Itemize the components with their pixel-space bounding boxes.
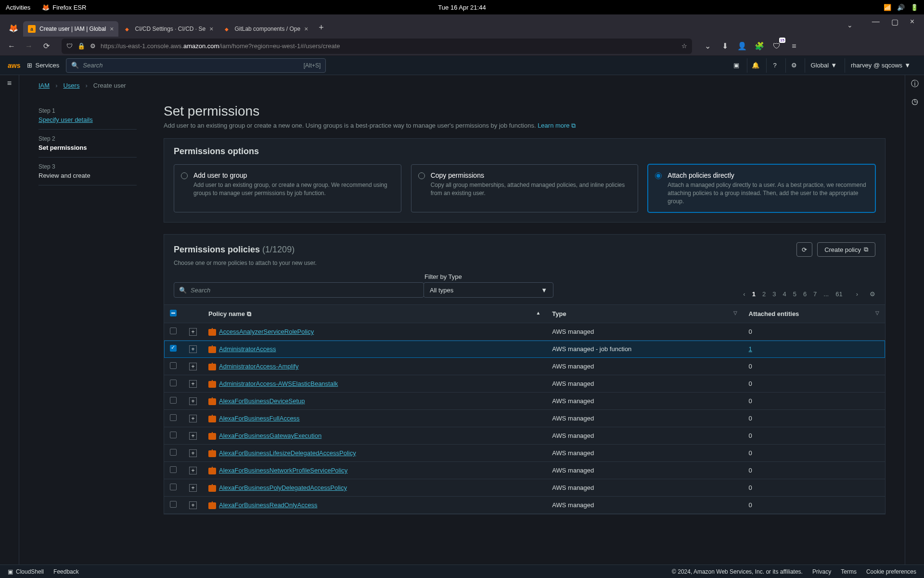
page-number[interactable]: 61 [835, 290, 842, 298]
step-title[interactable]: Specify user details [38, 116, 137, 123]
side-nav-toggle[interactable]: ≡ [7, 79, 12, 565]
account-icon[interactable]: 👤 [735, 39, 749, 53]
cloudshell-icon[interactable]: ▣ [728, 58, 745, 73]
window-close-button[interactable]: × [910, 17, 914, 33]
bookmark-star-icon[interactable]: ☆ [681, 42, 687, 50]
browser-tab[interactable]: ◆ CI/CD Settings · CI/CD · Se × [118, 21, 218, 37]
policy-search-input[interactable]: 🔍 Search [174, 282, 424, 298]
services-menu[interactable]: ⊞ Services [27, 62, 59, 69]
network-icon[interactable]: 📶 [884, 4, 891, 11]
row-checkbox[interactable] [170, 501, 177, 508]
policy-name-link[interactable]: AlexaForBusinessFullAccess [219, 415, 300, 422]
extensions-icon[interactable]: 🧩 [753, 39, 766, 53]
permissions-icon[interactable]: ⚙ [90, 42, 96, 50]
col-policy-name[interactable]: Policy name⧉▲ [203, 305, 546, 323]
breadcrumb-users[interactable]: Users [63, 82, 79, 89]
region-selector[interactable]: Global ▼ [805, 58, 843, 73]
page-number[interactable]: 7 [813, 290, 817, 298]
downloads-icon[interactable]: ⬇ [718, 39, 732, 53]
policy-name-link[interactable]: AlexaForBusinessLifesizeDelegatedAccessP… [219, 449, 356, 457]
permission-option-card[interactable]: Attach policies directly Attach a manage… [648, 164, 875, 212]
expand-row-button[interactable]: + [189, 328, 197, 336]
filter-icon[interactable]: ▽ [875, 310, 879, 315]
breadcrumb-iam[interactable]: IAM [38, 82, 50, 89]
cloudshell-button[interactable]: ▣CloudShell [8, 568, 44, 575]
new-tab-button[interactable]: + [313, 19, 330, 37]
policy-name-link[interactable]: AlexaForBusinessGatewayExecution [219, 432, 321, 439]
row-checkbox[interactable] [170, 484, 177, 490]
page-next[interactable]: › [856, 290, 858, 298]
refresh-button[interactable]: ⟳ [796, 242, 812, 257]
back-button[interactable]: ← [5, 39, 18, 53]
clock[interactable]: Tue 16 Apr 21:44 [438, 4, 486, 11]
page-number[interactable]: 3 [772, 290, 776, 298]
policy-name-link[interactable]: AdministratorAccess-Amplify [219, 363, 298, 370]
filter-icon[interactable]: ▽ [733, 310, 737, 315]
info-panel-toggle[interactable]: ⓘ [911, 79, 919, 89]
learn-more-link[interactable]: Learn more ⧉ [538, 122, 576, 129]
policy-name-link[interactable]: AccessAnalyzerServiceRolePolicy [219, 328, 314, 335]
browser-tab[interactable]: ◆ GitLab components / Ope × [218, 21, 313, 37]
expand-row-button[interactable]: + [189, 363, 197, 370]
permission-option-card[interactable]: Add user to group Add user to an existin… [174, 164, 401, 212]
page-number[interactable]: 5 [793, 290, 796, 298]
row-checkbox[interactable] [170, 397, 177, 404]
expand-row-button[interactable]: + [189, 484, 197, 492]
page-number[interactable]: 1 [752, 290, 756, 298]
account-menu[interactable]: rharvey @ sqcows ▼ [845, 58, 916, 73]
page-prev[interactable]: ‹ [743, 290, 745, 298]
pocket-icon[interactable]: ⌄ [701, 39, 714, 53]
row-checkbox[interactable] [170, 362, 177, 369]
permission-option-card[interactable]: Copy permissions Copy all group membersh… [411, 164, 639, 212]
aws-search-input[interactable]: 🔍 Search [Alt+S] [66, 58, 326, 73]
row-checkbox[interactable] [170, 432, 177, 438]
settings-icon[interactable]: ⚙ [785, 58, 803, 73]
help-icon[interactable]: ? [766, 58, 783, 73]
firefox-app-icon[interactable]: 🦊 [4, 20, 23, 37]
tab-list-button[interactable]: ⌄ [839, 17, 860, 33]
terms-link[interactable]: Terms [841, 568, 857, 575]
expand-row-button[interactable]: + [189, 467, 197, 474]
hamburger-menu-button[interactable]: ≡ [787, 39, 801, 53]
window-minimize-button[interactable]: — [872, 17, 880, 33]
page-number[interactable]: 4 [783, 290, 786, 298]
expand-row-button[interactable]: + [189, 501, 197, 509]
create-policy-button[interactable]: Create policy ⧉ [817, 242, 875, 257]
policy-name-link[interactable]: AdministratorAccess-AWSElasticBeanstalk [219, 380, 338, 387]
aws-logo[interactable]: aws [8, 62, 20, 69]
table-settings-icon[interactable]: ⚙ [870, 290, 875, 298]
wizard-step-1[interactable]: Step 1 Specify user details [38, 107, 137, 130]
entities-link[interactable]: 1 [749, 345, 752, 353]
expand-row-button[interactable]: + [189, 432, 197, 440]
url-bar[interactable]: 🛡 🔒 ⚙ https://us-east-1.console.aws.amaz… [62, 39, 692, 54]
expand-row-button[interactable]: + [189, 415, 197, 422]
policy-name-link[interactable]: AlexaForBusinessPolyDelegatedAccessPolic… [219, 484, 347, 491]
cookie-preferences-link[interactable]: Cookie preferences [866, 568, 916, 575]
tab-close-button[interactable]: × [209, 25, 213, 33]
policy-name-link[interactable]: AdministratorAccess [219, 345, 276, 353]
col-type[interactable]: Type▽ [546, 305, 743, 323]
window-maximize-button[interactable]: ▢ [891, 17, 898, 33]
select-all-checkbox[interactable] [170, 310, 177, 316]
active-app[interactable]: 🦊 Firefox ESR [42, 4, 86, 11]
history-panel-toggle[interactable]: ◷ [911, 97, 918, 106]
filter-type-select[interactable]: All types ▼ [424, 282, 553, 298]
row-checkbox[interactable] [170, 466, 177, 473]
lock-icon[interactable]: 🔒 [77, 42, 85, 50]
tab-close-button[interactable]: × [110, 25, 114, 33]
page-number[interactable]: 6 [803, 290, 807, 298]
policy-name-link[interactable]: AlexaForBusinessDeviceSetup [219, 397, 305, 405]
row-checkbox[interactable] [170, 380, 177, 386]
expand-row-button[interactable]: + [189, 345, 197, 353]
row-checkbox[interactable] [170, 328, 177, 334]
expand-row-button[interactable]: + [189, 397, 197, 405]
browser-tab-active[interactable]: a Create user | IAM | Global × [23, 21, 118, 37]
battery-icon[interactable]: 🔋 [911, 4, 918, 11]
tab-close-button[interactable]: × [304, 25, 308, 33]
expand-row-button[interactable]: + [189, 449, 197, 457]
page-number[interactable]: 2 [762, 290, 766, 298]
notifications-icon[interactable]: 🔔 [747, 58, 764, 73]
extension-badge-icon[interactable]: 🛡 [770, 39, 783, 53]
shield-icon[interactable]: 🛡 [66, 42, 73, 50]
volume-icon[interactable]: 🔊 [897, 4, 905, 11]
